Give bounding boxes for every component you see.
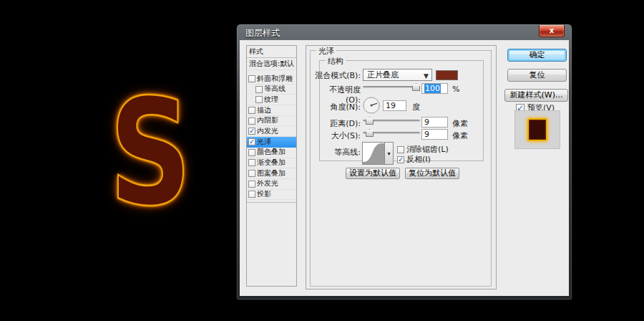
opacity-slider[interactable] — [363, 83, 420, 91]
set-default-button[interactable]: 设置为默认值 — [346, 168, 400, 179]
opacity-input[interactable]: 100 — [421, 83, 448, 94]
contour-curve-icon[interactable] — [362, 142, 385, 165]
reset-default-button[interactable]: 复位为默认值 — [405, 168, 459, 179]
distance-label: 距离(D): — [315, 118, 361, 129]
blend-mode-label: 混合模式(B): — [315, 70, 361, 81]
sidebar-item-gradient-overlay[interactable]: 渐变叠加 — [247, 158, 296, 169]
contour-picker[interactable]: ▾ — [362, 142, 394, 165]
size-input[interactable]: 9 — [421, 129, 448, 140]
sidebar-checkbox-drop-shadow[interactable] — [248, 191, 255, 198]
sidebar-item-stroke[interactable]: 描边 — [247, 105, 296, 116]
sidebar-checkbox-bevel-emboss[interactable] — [248, 75, 255, 82]
new-style-button[interactable]: 新建样式(W)... — [504, 89, 568, 102]
sidebar-checkbox-pattern-overlay[interactable] — [248, 170, 255, 177]
contour-label: 等高线: — [315, 147, 361, 158]
layer-style-dialog: 图层样式 x 样式混合选项:默认斜面和浮雕等高线纹理描边内阴影✓内发光✓光泽颜色… — [236, 24, 572, 300]
dialog-body: 样式混合选项:默认斜面和浮雕等高线纹理描边内阴影✓内发光✓光泽颜色叠加渐变叠加图… — [240, 40, 569, 296]
sidebar-checkbox-contour[interactable] — [255, 86, 263, 93]
style-preview-thumbnail — [514, 110, 560, 149]
canvas-letter: S — [117, 92, 184, 214]
sidebar-item-label: 样式 — [249, 47, 263, 57]
contour-dropdown-arrow-icon[interactable]: ▾ — [384, 142, 394, 165]
sidebar-item-color-overlay[interactable]: 颜色叠加 — [247, 148, 296, 158]
antialias-label: 消除锯齿(L) — [406, 144, 449, 155]
sidebar-item-label: 内发光 — [257, 126, 278, 137]
sidebar-item-label: 斜面和浮雕 — [257, 74, 293, 85]
opacity-slider-thumb[interactable] — [412, 83, 420, 91]
angle-label: 角度(N): — [315, 102, 361, 112]
sidebar-item-label: 颜色叠加 — [257, 147, 286, 158]
sidebar-checkbox-texture[interactable] — [255, 96, 263, 103]
size-label: 大小(S): — [315, 130, 361, 141]
sidebar-item-label: 内阴影 — [257, 115, 278, 126]
style-preview-chip — [527, 118, 547, 141]
sidebar-item-label: 等高线 — [264, 84, 286, 95]
distance-input[interactable]: 9 — [421, 117, 448, 128]
sidebar-item-label: 外发光 — [257, 178, 278, 189]
angle-unit: 度 — [412, 102, 420, 112]
sidebar-item-label: 纹理 — [264, 95, 278, 105]
sidebar-checkbox-stroke[interactable] — [248, 107, 255, 114]
angle-value: 19 — [386, 101, 396, 110]
sidebar-checkbox-satin[interactable]: ✓ — [248, 138, 255, 145]
invert-option[interactable]: ✓ 反相(I) — [397, 154, 431, 165]
opacity-value: 100 — [424, 84, 441, 93]
dialog-title: 图层样式 — [245, 27, 280, 39]
sidebar-checkbox-outer-glow[interactable] — [248, 181, 255, 188]
antialias-checkbox[interactable] — [397, 146, 404, 153]
sidebar-item-drop-shadow[interactable]: 投影 — [247, 190, 296, 201]
invert-checkbox[interactable]: ✓ — [397, 156, 404, 163]
ok-button[interactable]: 确定 — [507, 49, 567, 62]
sidebar-item-outer-glow[interactable]: 外发光 — [247, 179, 296, 190]
size-slider-thumb[interactable] — [366, 129, 374, 137]
style-list: 样式混合选项:默认斜面和浮雕等高线纹理描边内阴影✓内发光✓光泽颜色叠加渐变叠加图… — [246, 45, 297, 287]
sidebar-checkbox-gradient-overlay[interactable] — [248, 159, 255, 166]
antialias-option[interactable]: 消除锯齿(L) — [397, 144, 449, 155]
distance-unit: 像素 — [452, 118, 468, 129]
sidebar-item-texture[interactable]: 纹理 — [247, 95, 296, 105]
angle-dial[interactable] — [363, 97, 380, 114]
sidebar-item-pattern-overlay[interactable]: 图案叠加 — [247, 168, 296, 179]
distance-value: 9 — [424, 118, 429, 127]
size-slider[interactable] — [363, 129, 420, 137]
dialog-titlebar[interactable]: 图层样式 x — [237, 24, 572, 40]
sidebar-item-styles[interactable]: 样式 — [247, 46, 296, 58]
sidebar-item-contour[interactable]: 等高线 — [247, 85, 296, 95]
blend-mode-select[interactable]: 正片叠底 ▼ — [363, 69, 432, 81]
sidebar-item-inner-glow[interactable]: ✓内发光 — [247, 126, 296, 137]
sidebar-item-satin[interactable]: ✓光泽 — [247, 137, 296, 148]
sidebar-item-label: 图案叠加 — [257, 168, 286, 179]
sidebar-item-bevel-emboss[interactable]: 斜面和浮雕 — [247, 74, 296, 85]
blend-mode-value: 正片叠底 — [367, 70, 399, 80]
sidebar-item-label: 描边 — [257, 105, 271, 116]
sidebar-item-label: 渐变叠加 — [257, 158, 286, 168]
sidebar-item-label: 投影 — [257, 189, 271, 200]
size-value: 9 — [424, 130, 429, 139]
sidebar-item-inner-shadow[interactable]: 内阴影 — [247, 116, 296, 127]
satin-color-swatch[interactable] — [436, 70, 458, 80]
distance-slider[interactable] — [363, 117, 420, 125]
satin-group-title: 光泽 — [316, 46, 336, 57]
opacity-slider-track — [363, 86, 420, 88]
close-icon[interactable]: x — [539, 25, 565, 37]
sidebar-checkbox-color-overlay[interactable] — [248, 149, 255, 156]
sidebar-checkbox-inner-shadow[interactable] — [248, 118, 255, 125]
list-end-divider — [247, 202, 296, 203]
sidebar-item-label: 光泽 — [257, 137, 271, 148]
sidebar-checkbox-inner-glow[interactable]: ✓ — [248, 128, 255, 135]
sidebar-item-label: 混合选项:默认 — [249, 59, 294, 70]
structure-group-title: 结构 — [326, 56, 346, 67]
satin-settings-panel: 光泽 结构 混合模式(B): 正片叠底 ▼ 不透明度(O): 100 % 角度(… — [306, 45, 497, 289]
invert-label: 反相(I) — [406, 154, 431, 165]
sidebar-item-blending-options[interactable]: 混合选项:默认 — [247, 58, 296, 70]
opacity-unit: % — [452, 85, 459, 94]
chevron-down-icon: ▼ — [424, 71, 429, 82]
distance-slider-thumb[interactable] — [366, 117, 374, 125]
reset-button[interactable]: 复位 — [507, 69, 567, 82]
angle-input[interactable]: 19 — [383, 100, 406, 111]
size-unit: 像素 — [452, 130, 468, 141]
